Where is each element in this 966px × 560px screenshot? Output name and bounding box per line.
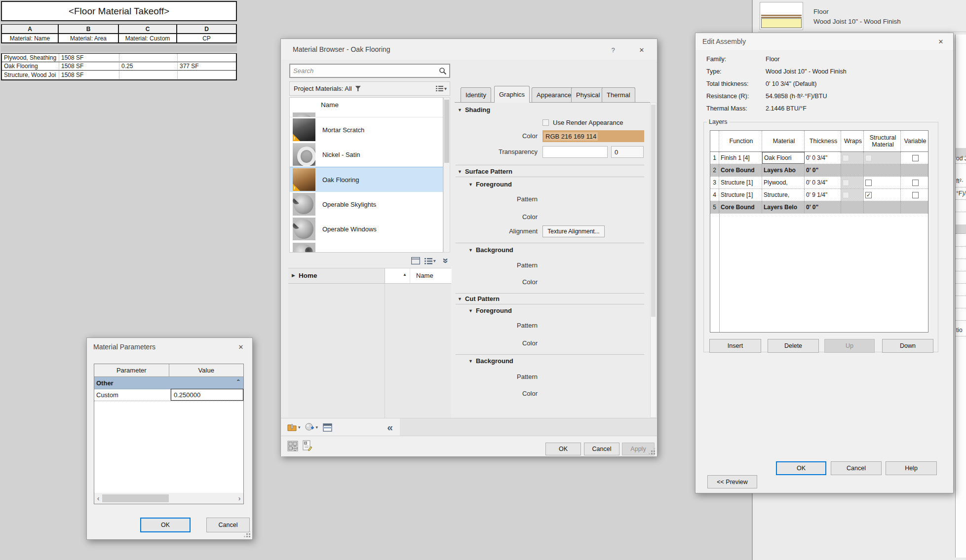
material-list-item[interactable]: Mortar Scratch xyxy=(290,117,443,143)
cancel-button[interactable]: Cancel xyxy=(206,518,250,532)
list-name-header[interactable]: Name xyxy=(321,101,339,109)
material-list-item-selected[interactable]: Oak Flooring xyxy=(290,167,443,192)
chevron-down-icon[interactable]: ▾ xyxy=(316,425,318,430)
layer-function[interactable]: Finish 1 [4] xyxy=(719,152,762,164)
layer-material[interactable]: Plywood, xyxy=(762,177,805,188)
layer-function[interactable]: Structure [1] xyxy=(719,177,762,188)
layer-number[interactable]: 4 xyxy=(710,189,719,201)
material-list-item[interactable]: Operable Windows xyxy=(290,217,443,242)
schedule-cell[interactable]: 0.25 xyxy=(119,62,178,71)
scroll-right-icon[interactable]: › xyxy=(235,494,243,502)
tab-appearance[interactable]: Appearance xyxy=(532,87,576,102)
schedule-cell[interactable]: 377 SF xyxy=(178,62,236,71)
tab-physical[interactable]: Physical xyxy=(571,87,605,102)
material-list-item-partial[interactable] xyxy=(290,241,443,253)
resize-grip[interactable] xyxy=(649,448,655,454)
layer-function[interactable]: Structure [1] xyxy=(719,189,762,201)
layer-number[interactable]: 3 xyxy=(710,177,719,188)
project-materials-header[interactable]: Project Materials: All ▾ xyxy=(289,81,450,96)
material-list-item[interactable]: Operable Skylights xyxy=(290,192,443,217)
variable-checkbox[interactable] xyxy=(912,155,919,161)
panel-view-icon[interactable] xyxy=(411,257,420,264)
close-icon[interactable]: ✕ xyxy=(636,45,647,56)
open-asset-browser-icon[interactable] xyxy=(323,423,332,432)
cancel-button[interactable]: Cancel xyxy=(831,461,882,475)
graphics-panel-scrollbar[interactable] xyxy=(650,103,657,418)
transparency-slider[interactable] xyxy=(542,146,608,158)
close-icon[interactable]: ✕ xyxy=(235,342,246,353)
insert-layer-button[interactable]: Insert xyxy=(709,339,761,353)
material-list-item[interactable]: Nickel - Satin xyxy=(290,142,443,167)
section-collapse-icon[interactable]: ▼ xyxy=(468,182,473,187)
help-button[interactable]: Help xyxy=(886,461,937,475)
move-layer-down-button[interactable]: Down xyxy=(882,339,933,353)
material-library-folder-icon[interactable] xyxy=(287,423,297,431)
tab-identity[interactable]: Identity xyxy=(461,87,491,102)
structural-checkbox[interactable] xyxy=(865,180,872,186)
material-list-item-partial[interactable] xyxy=(290,112,443,117)
scroll-left-icon[interactable]: ‹ xyxy=(94,494,102,502)
collapse-group-icon[interactable]: ˆ xyxy=(237,379,239,387)
layer-row-core-boundary[interactable]: 5 Core Bound Layers Belo 0' 0" xyxy=(710,201,928,214)
tab-thermal[interactable]: Thermal xyxy=(602,87,635,102)
layer-thickness[interactable]: 0' 9 1/4" xyxy=(805,189,841,201)
resize-grip[interactable] xyxy=(244,531,250,537)
create-material-icon[interactable] xyxy=(305,423,314,432)
library-home-row[interactable]: ▶ Home ▲ Name xyxy=(288,268,451,284)
list-view-icon[interactable] xyxy=(436,85,443,92)
structural-checkbox[interactable] xyxy=(865,192,872,198)
sort-asc-icon[interactable]: ▲ xyxy=(403,272,407,277)
cut-background-subheader[interactable]: ▼Background xyxy=(468,357,513,365)
type-preview-box[interactable] xyxy=(760,2,803,30)
preview-toggle-button[interactable]: << Preview xyxy=(707,475,757,488)
section-collapse-icon[interactable]: ▼ xyxy=(458,169,462,174)
scrollbar-thumb[interactable] xyxy=(651,105,656,317)
parameters-h-scrollbar[interactable]: ‹ › xyxy=(94,493,243,504)
use-render-appearance-checkbox[interactable] xyxy=(542,119,549,126)
shading-color-swatch[interactable]: RGB 216 169 114 xyxy=(542,130,644,142)
schedule-cell[interactable]: 1508 SF xyxy=(59,71,119,79)
variable-checkbox[interactable] xyxy=(912,192,919,198)
section-collapse-icon[interactable]: ▼ xyxy=(468,248,473,253)
section-collapse-icon[interactable]: ▼ xyxy=(468,359,473,364)
section-collapse-icon[interactable]: ▼ xyxy=(468,308,473,313)
schedule-cell[interactable] xyxy=(119,54,178,62)
layer-variable-cell[interactable] xyxy=(901,189,928,201)
help-icon[interactable]: ? xyxy=(608,45,618,56)
layer-row[interactable]: 4 Structure [1] Structure, 0' 9 1/4" xyxy=(710,189,928,201)
schedule-cell[interactable] xyxy=(178,71,236,79)
scrollbar-thumb[interactable] xyxy=(444,100,449,163)
scrollbar-thumb[interactable] xyxy=(102,494,169,502)
tree-expand-icon[interactable]: ▶ xyxy=(292,273,295,278)
layer-material[interactable]: Structure, xyxy=(762,189,805,201)
layer-variable-cell[interactable] xyxy=(901,152,928,164)
schedule-cell[interactable]: Structure, Wood Joi xyxy=(2,71,59,79)
search-icon[interactable] xyxy=(439,67,447,75)
section-collapse-icon[interactable]: ▼ xyxy=(458,108,462,112)
texture-alignment-button[interactable]: Texture Alignment... xyxy=(542,225,605,237)
cancel-button[interactable]: Cancel xyxy=(584,443,619,455)
expand-library-chevrons-icon[interactable]: « xyxy=(439,258,450,263)
schedule-cell[interactable] xyxy=(119,71,178,79)
parameter-value-input[interactable]: 0.250000 xyxy=(171,389,243,401)
section-collapse-icon[interactable]: ▼ xyxy=(458,297,462,301)
collapse-panel-chevrons-icon[interactable]: « xyxy=(387,421,393,433)
close-icon[interactable]: ✕ xyxy=(935,37,946,47)
schedule-cell[interactable]: Plywood, Sheathing xyxy=(2,54,59,62)
layer-number[interactable]: 5 xyxy=(710,201,719,213)
layer-row[interactable]: 3 Structure [1] Plywood, 0' 0 3/4" xyxy=(710,177,928,189)
edit-asset-icon[interactable] xyxy=(303,440,312,451)
layer-number[interactable]: 2 xyxy=(710,164,719,176)
layer-row[interactable]: 1 Finish 1 [4] Oak Floori 0' 0 3/4" xyxy=(710,152,928,164)
ok-button[interactable]: OK xyxy=(545,443,581,455)
library-name-column-cell[interactable]: Name xyxy=(410,268,452,283)
layer-structural-cell[interactable] xyxy=(864,189,901,201)
cut-foreground-subheader[interactable]: ▼Foreground xyxy=(468,307,512,314)
layer-number[interactable]: 1 xyxy=(710,152,719,164)
layer-thickness[interactable]: 0' 0 3/4" xyxy=(805,177,841,188)
parameter-group-row[interactable]: Other ˆ xyxy=(94,377,243,389)
layer-thickness[interactable]: 0' 0 3/4" xyxy=(805,152,841,164)
layer-material[interactable]: Oak Floori xyxy=(762,152,805,164)
materials-list-scrollbar[interactable] xyxy=(443,97,450,253)
surface-background-subheader[interactable]: ▼Background xyxy=(468,246,513,254)
